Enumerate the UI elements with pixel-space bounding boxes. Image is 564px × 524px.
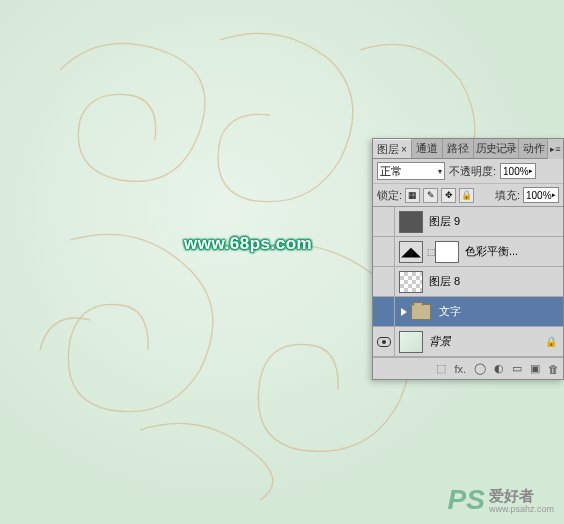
layer-item[interactable]: 图层 8 — [373, 267, 563, 297]
lock-position-icon[interactable]: ✥ — [441, 188, 456, 203]
panel-menu-button[interactable]: ▸≡ — [547, 139, 563, 159]
delete-layer-icon[interactable]: 🗑 — [548, 363, 559, 375]
visibility-toggle[interactable] — [373, 297, 395, 326]
layer-thumbnail[interactable] — [399, 331, 423, 353]
layer-mask-thumbnail[interactable] — [435, 241, 459, 263]
fill-label: 填充: — [495, 188, 520, 203]
lock-label: 锁定: — [377, 188, 402, 203]
new-group-icon[interactable]: ▭ — [512, 362, 522, 375]
visibility-toggle[interactable] — [373, 207, 395, 236]
panel-footer: ⬚ fx. ◯ ◐ ▭ ▣ 🗑 — [373, 357, 563, 379]
layer-thumbnail[interactable] — [399, 271, 423, 293]
watermark-logo: PS 爱好者 www.psahz.com — [448, 484, 554, 516]
logo-cn-text: 爱好者 — [489, 487, 534, 504]
watermark-url: www.68ps.com — [184, 234, 312, 254]
add-mask-icon[interactable]: ◯ — [474, 362, 486, 375]
layers-panel: 图层 × 通道 路径 历史记录 动作 ▸≡ 正常 ▾ 不透明度: 100% ▸ … — [372, 138, 564, 380]
tab-channels[interactable]: 通道 — [412, 139, 443, 158]
layer-group-item[interactable]: 文字 — [373, 297, 563, 327]
lock-pixels-icon[interactable]: ✎ — [423, 188, 438, 203]
layer-name[interactable]: 背景 — [427, 334, 451, 349]
adjustment-thumbnail[interactable]: ◢◣ — [399, 241, 423, 263]
link-layers-icon[interactable]: ⬚ — [436, 362, 446, 375]
logo-ps-text: PS — [448, 484, 485, 516]
visibility-toggle[interactable] — [373, 267, 395, 296]
lock-transparency-icon[interactable]: ▦ — [405, 188, 420, 203]
lock-fill-row: 锁定: ▦ ✎ ✥ 🔒 填充: 100% ▸ — [373, 184, 563, 207]
tab-layers-label: 图层 — [377, 142, 399, 157]
layer-item[interactable]: ◢◣ ⬚ 色彩平衡... — [373, 237, 563, 267]
opacity-value: 100% — [503, 166, 529, 177]
folder-icon — [411, 304, 431, 320]
arrow-right-icon: ▸ — [552, 191, 556, 199]
tab-close-x[interactable]: × — [401, 144, 407, 155]
new-layer-icon[interactable]: ▣ — [530, 362, 540, 375]
arrow-right-icon: ▸ — [529, 167, 533, 175]
layer-name[interactable]: 色彩平衡... — [463, 244, 518, 259]
layer-item-background[interactable]: 背景 🔒 — [373, 327, 563, 357]
opacity-input[interactable]: 100% ▸ — [500, 163, 536, 179]
lock-all-icon[interactable]: 🔒 — [459, 188, 474, 203]
panel-tabs: 图层 × 通道 路径 历史记录 动作 ▸≡ — [373, 139, 563, 159]
eye-icon — [377, 337, 391, 347]
blend-mode-select[interactable]: 正常 ▾ — [377, 162, 445, 180]
adjustment-layer-icon[interactable]: ◐ — [494, 362, 504, 375]
visibility-toggle[interactable] — [373, 327, 395, 356]
blend-mode-value: 正常 — [380, 164, 402, 179]
tab-paths[interactable]: 路径 — [443, 139, 474, 158]
opacity-label: 不透明度: — [449, 164, 496, 179]
blend-opacity-row: 正常 ▾ 不透明度: 100% ▸ — [373, 159, 563, 184]
lock-icon: 🔒 — [545, 336, 557, 347]
fill-value: 100% — [526, 190, 552, 201]
tab-layers[interactable]: 图层 × — [373, 139, 412, 158]
visibility-toggle[interactable] — [373, 237, 395, 266]
link-icon: ⬚ — [427, 247, 435, 257]
fx-icon[interactable]: fx. — [454, 363, 466, 375]
layer-name[interactable]: 图层 9 — [427, 214, 460, 229]
layer-item[interactable]: 图层 9 — [373, 207, 563, 237]
layer-name[interactable]: 文字 — [437, 304, 461, 319]
logo-url-text: www.psahz.com — [489, 504, 554, 514]
layer-name[interactable]: 图层 8 — [427, 274, 460, 289]
fill-input[interactable]: 100% ▸ — [523, 187, 559, 203]
tab-history[interactable]: 历史记录 — [474, 139, 519, 158]
tab-actions[interactable]: 动作 — [519, 139, 550, 158]
group-expand-arrow-icon[interactable] — [401, 308, 407, 316]
layers-list: 图层 9 ◢◣ ⬚ 色彩平衡... 图层 8 文字 背景 🔒 — [373, 207, 563, 357]
layer-thumbnail[interactable] — [399, 211, 423, 233]
chevron-down-icon: ▾ — [438, 167, 442, 176]
